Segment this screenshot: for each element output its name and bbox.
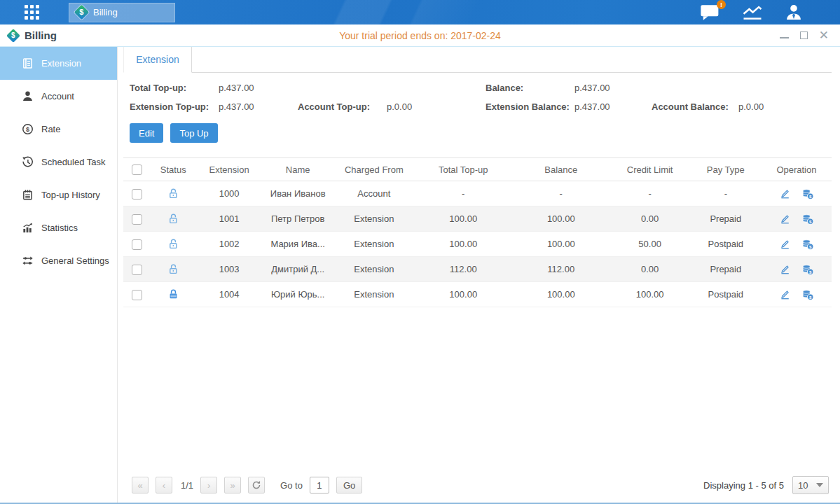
maximize-icon[interactable] xyxy=(800,31,808,39)
pagination-bar: « ‹ 1/1 › » Go to Go Displaying 1 - 5 of… xyxy=(123,472,832,503)
credit-limit-cell: - xyxy=(610,181,690,206)
first-page-button[interactable]: « xyxy=(132,477,149,493)
table-row: 1001 Петр Петров Extension 100.00 100.00… xyxy=(123,206,832,232)
stat-extension-balance: Extension Balance: p.437.00 xyxy=(486,102,652,112)
operation-cell: $ xyxy=(762,206,832,232)
goto-page-input[interactable] xyxy=(310,477,329,493)
balance-cell: 100.00 xyxy=(512,282,610,307)
reports-chart-icon[interactable] xyxy=(742,4,763,21)
notebook-icon xyxy=(22,189,34,201)
edit-pencil-icon[interactable] xyxy=(779,188,791,200)
lock-open-icon[interactable] xyxy=(167,238,179,250)
edit-pencil-icon[interactable] xyxy=(779,213,791,225)
total-topup-cell: - xyxy=(414,181,512,206)
extension-cell: 1003 xyxy=(196,257,262,282)
top-up-coins-icon[interactable]: $ xyxy=(801,288,814,301)
col-status: Status xyxy=(150,158,196,181)
notifications-message-icon[interactable]: ! xyxy=(700,4,721,21)
sidebar-item-topup-history[interactable]: Top-up History xyxy=(0,178,117,211)
app-launcher-grid-icon[interactable] xyxy=(25,5,39,20)
user-account-icon[interactable] xyxy=(784,4,804,21)
edit-button[interactable]: Edit xyxy=(130,123,163,143)
window-titlebar: $ Billing Your trial period ends on: 201… xyxy=(0,24,840,47)
row-checkbox[interactable] xyxy=(132,265,142,275)
status-cell xyxy=(150,232,196,257)
top-up-coins-icon[interactable]: $ xyxy=(801,188,814,200)
top-up-coins-icon[interactable]: $ xyxy=(801,238,814,251)
name-cell: Юрий Юрь... xyxy=(262,282,333,307)
minimize-icon[interactable] xyxy=(780,37,789,38)
sidebar-item-statistics[interactable]: Statistics xyxy=(0,211,117,244)
top-up-button[interactable]: Top Up xyxy=(170,123,217,143)
page-size-dropdown[interactable]: 10 xyxy=(792,476,829,494)
extensions-table: Status Extension Name Charged From Total… xyxy=(123,158,832,307)
top-up-coins-icon[interactable]: $ xyxy=(801,213,814,225)
clock-history-icon xyxy=(22,156,34,168)
operation-cell: $ xyxy=(762,232,832,257)
stat-label: Account Balance: xyxy=(652,102,738,112)
sidebar-item-general-settings[interactable]: General Settings xyxy=(0,244,117,277)
balance-cell: - xyxy=(512,181,610,206)
pay-type-cell: - xyxy=(690,181,762,206)
lock-open-icon[interactable] xyxy=(167,263,179,275)
edit-pencil-icon[interactable] xyxy=(779,288,791,300)
sidebar-item-account[interactable]: Account xyxy=(0,80,117,113)
stat-value: p.0.00 xyxy=(738,102,764,112)
refresh-button[interactable] xyxy=(248,477,265,493)
stat-total-topup: Total Top-up: p.437.00 xyxy=(130,83,298,93)
row-checkbox[interactable] xyxy=(132,214,142,225)
lock-open-icon[interactable] xyxy=(167,213,179,225)
sidebar-item-extension[interactable]: Extension xyxy=(0,47,117,80)
pay-type-cell: Prepaid xyxy=(690,257,762,282)
total-topup-cell: 100.00 xyxy=(414,206,512,232)
lock-closed-icon[interactable] xyxy=(167,288,179,300)
charged-from-cell: Extension xyxy=(333,206,414,232)
stat-value: p.437.00 xyxy=(219,83,254,93)
pagination-right: Displaying 1 - 5 of 5 10 xyxy=(703,476,829,494)
sidebar-item-label: Top-up History xyxy=(41,190,100,200)
status-cell xyxy=(150,181,196,206)
row-checkbox[interactable] xyxy=(132,290,142,300)
last-page-button[interactable]: » xyxy=(224,477,241,493)
total-topup-cell: 100.00 xyxy=(414,232,512,257)
stat-account-balance: Account Balance: p.0.00 xyxy=(652,102,832,112)
prev-page-button[interactable]: ‹ xyxy=(156,477,172,493)
col-extension: Extension xyxy=(196,158,262,181)
row-checkbox[interactable] xyxy=(132,239,142,250)
tab-extension[interactable]: Extension xyxy=(123,47,192,73)
tab-extension-label: Extension xyxy=(136,54,179,65)
sidebar-item-rate[interactable]: $ Rate xyxy=(0,113,117,146)
select-all-checkbox[interactable] xyxy=(132,164,142,175)
app-root: $ Billing ! $ Billing Your trial period … xyxy=(0,0,840,504)
sidebar-item-label: Statistics xyxy=(41,223,78,233)
top-up-coins-icon[interactable]: $ xyxy=(801,263,814,276)
sidebar-item-label: Scheduled Task xyxy=(41,157,106,167)
stat-label: Total Top-up: xyxy=(130,83,219,93)
taskbar-tab-billing[interactable]: $ Billing xyxy=(69,3,175,22)
credit-limit-cell: 0.00 xyxy=(610,257,690,282)
sidebar-item-scheduled-task[interactable]: Scheduled Task xyxy=(0,146,117,178)
col-charged-from: Charged From xyxy=(333,158,414,181)
edit-pencil-icon[interactable] xyxy=(779,263,791,275)
extension-cell: 1002 xyxy=(196,232,262,257)
next-page-button[interactable]: › xyxy=(200,477,217,493)
col-pay-type: Pay Type xyxy=(690,158,762,181)
go-button[interactable]: Go xyxy=(336,477,362,493)
credit-limit-cell: 0.00 xyxy=(610,206,690,232)
lock-open-icon[interactable] xyxy=(167,188,179,200)
col-operation: Operation xyxy=(762,158,832,181)
main-content: Extension Total Top-up: p.437.00 Balance… xyxy=(118,47,840,503)
close-icon[interactable]: ✕ xyxy=(819,29,829,41)
window-controls: ✕ xyxy=(780,29,840,41)
row-checkbox[interactable] xyxy=(132,189,142,200)
edit-pencil-icon[interactable] xyxy=(779,238,791,250)
taskbar: $ Billing ! xyxy=(0,0,840,24)
pay-type-cell: Postpaid xyxy=(690,232,762,257)
stats-panel: Total Top-up: p.437.00 Balance: p.437.00… xyxy=(123,73,832,112)
sidebar: Extension Account $ Rate Scheduled Task … xyxy=(0,47,118,503)
pay-type-cell: Prepaid xyxy=(690,206,762,232)
stat-account-topup: Account Top-up: p.0.00 xyxy=(298,102,486,112)
goto-label: Go to xyxy=(280,480,303,491)
extension-cell: 1004 xyxy=(196,282,262,307)
charged-from-cell: Extension xyxy=(333,232,414,257)
